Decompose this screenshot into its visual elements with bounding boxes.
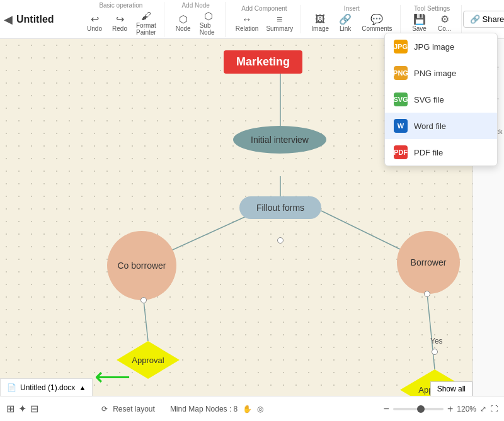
app-title: Untitled <box>16 14 67 25</box>
group-label-addnode: Add Node <box>181 2 209 9</box>
image-button[interactable]: 🖼 Image <box>309 13 331 33</box>
basic-op-buttons: ↩ Undo ↪ Redo 🖌 Format Painter <box>83 10 159 37</box>
dropdown-jpg[interactable]: JPG JPG image <box>385 33 497 60</box>
mind-map-nodes-label: Mind Map Nodes : 8 <box>170 405 238 413</box>
fit-screen-icon[interactable]: ⤢ <box>480 405 486 413</box>
fillout-forms-label: Fillout forms <box>256 203 304 213</box>
bottom-left: ⊞ ✦ ⊟ <box>6 403 38 415</box>
jpg-label: JPG image <box>414 42 454 52</box>
share-icon: 🔗 <box>470 14 480 24</box>
toolbar-group-insert: Insert 🖼 Image 🔗 Link 💬 Comments <box>304 5 400 33</box>
dropdown-png[interactable]: PNG PNG image <box>385 60 497 86</box>
save-icon: 💾 <box>413 14 426 25</box>
undo-button[interactable]: ↩ Undo <box>83 13 106 33</box>
redo-label: Redo <box>112 25 127 32</box>
group-label-addcomp: Add Component <box>241 5 287 12</box>
link-label: Link <box>340 25 351 32</box>
link-icon: 🔗 <box>339 14 352 25</box>
relation-icon: ↔ <box>242 14 252 25</box>
co-borrower-node[interactable]: Co borrower <box>107 231 176 300</box>
file-name: Untitled (1).docx <box>20 383 75 392</box>
toolbar-group-toolsettings: Tool Settings 💾 Save ⚙ Co... <box>403 5 462 33</box>
share-button[interactable]: 🔗 Share <box>463 11 504 28</box>
relation-label: Relation <box>236 25 259 32</box>
insert-buttons: 🖼 Image 🔗 Link 💬 Comments <box>309 13 394 33</box>
bottom-grid-icon[interactable]: ⊞ <box>6 403 14 415</box>
link-button[interactable]: 🔗 Link <box>334 13 357 33</box>
summary-icon: ≡ <box>277 14 282 25</box>
toolbar-group-addcomponent: Add Component ↔ Relation ≡ Summary <box>228 5 302 33</box>
borrower-label: Borrower <box>411 257 447 267</box>
subnode-label: Sub Node <box>200 22 217 36</box>
word-label: Word file <box>414 121 446 131</box>
toolbar-right: 🔗 Share 📤 Export <box>463 10 504 28</box>
comments-button[interactable]: 💬 Comments <box>359 13 394 33</box>
fullscreen-icon[interactable]: ⛶ <box>490 405 498 413</box>
format-painter-icon: 🖌 <box>141 11 151 21</box>
group-label-basic: Basic operation <box>99 2 142 9</box>
pdf-icon: PDF <box>394 145 408 159</box>
bottom-center: ⟳ Reset layout Mind Map Nodes : 8 ✋ ◎ <box>101 405 263 413</box>
borrower-node[interactable]: Borrower <box>397 231 460 294</box>
hand-icon[interactable]: ✋ <box>243 405 252 413</box>
zoom-thumb <box>417 405 425 413</box>
pdf-label: PDF file <box>414 148 443 157</box>
zoom-out-icon[interactable]: − <box>384 403 389 415</box>
zoom-slider[interactable] <box>393 408 444 410</box>
node-label: Node <box>176 25 191 32</box>
node-icon: ⬡ <box>179 14 188 25</box>
back-button[interactable]: ◀ <box>4 9 13 30</box>
dropdown-pdf[interactable]: PDF PDF file <box>385 139 497 166</box>
co-button[interactable]: ⚙ Co... <box>433 13 456 33</box>
initial-interview-node[interactable]: Initial interview <box>233 126 326 154</box>
redo-button[interactable]: ↪ Redo <box>108 13 131 33</box>
save-button[interactable]: 💾 Save <box>408 13 431 33</box>
co-label: Co... <box>438 25 451 32</box>
fillout-forms-node[interactable]: Fillout forms <box>239 196 321 219</box>
marketing-node[interactable]: Marketing <box>224 50 302 74</box>
marketing-label: Marketing <box>236 55 290 68</box>
share-label: Share <box>483 14 504 24</box>
summary-label: Summary <box>266 25 293 32</box>
file-tab[interactable]: 📄 Untitled (1).docx ▲ <box>0 378 93 396</box>
node-button[interactable]: ⬡ Node <box>172 13 195 33</box>
image-label: Image <box>311 25 329 32</box>
group-label-toolsettings: Tool Settings <box>414 5 450 12</box>
format-painter-button[interactable]: 🖌 Format Painter <box>134 10 159 37</box>
zoom-in-icon[interactable]: + <box>447 403 453 415</box>
conn-dot-approval-right <box>432 349 438 355</box>
summary-button[interactable]: ≡ Summary <box>263 13 295 33</box>
toolbar-group-basic: Basic operation ↩ Undo ↪ Redo 🖌 Format P… <box>78 2 164 37</box>
group-label-insert: Insert <box>344 5 360 12</box>
png-label: PNG image <box>414 69 456 78</box>
yes-label: Yes <box>430 337 443 345</box>
show-all-button[interactable]: Show all <box>430 381 472 396</box>
co-icon: ⚙ <box>440 14 449 25</box>
comments-icon: 💬 <box>370 14 383 25</box>
format-painter-label: Format Painter <box>136 22 156 36</box>
toolsettings-buttons: 💾 Save ⚙ Co... <box>408 13 456 33</box>
file-chevron-icon[interactable]: ▲ <box>79 384 86 391</box>
subnode-button[interactable]: ⬡ Sub Node <box>197 10 220 37</box>
svg-label: SVG file <box>414 95 444 104</box>
dropdown-word[interactable]: W Word file <box>385 113 497 139</box>
comments-label: Comments <box>362 25 392 32</box>
png-icon: PNG <box>394 66 408 80</box>
bottom-table-icon[interactable]: ⊟ <box>30 403 38 415</box>
svg-line-4 <box>144 300 148 341</box>
word-icon: W <box>394 119 408 133</box>
zoom-level: 120% <box>457 405 476 413</box>
toolbar-group-addnode: Add Node ⬡ Node ⬡ Sub Node <box>167 2 226 37</box>
redo-icon: ↪ <box>116 14 124 25</box>
reset-layout-label[interactable]: Reset layout <box>113 405 155 413</box>
approval-left-label: Approval <box>132 356 164 365</box>
dropdown-svg[interactable]: SVG SVG file <box>385 86 497 113</box>
location-icon[interactable]: ◎ <box>257 405 263 413</box>
conn-dot-borrower <box>424 291 430 297</box>
svg-line-5 <box>427 294 435 369</box>
green-arrow: ⟵ <box>94 362 130 391</box>
relation-button[interactable]: ↔ Relation <box>233 13 261 33</box>
bottom-star-icon[interactable]: ✦ <box>18 403 26 415</box>
export-dropdown: JPG JPG image PNG PNG image SVG SVG file… <box>384 33 498 166</box>
addcomp-buttons: ↔ Relation ≡ Summary <box>233 13 296 33</box>
